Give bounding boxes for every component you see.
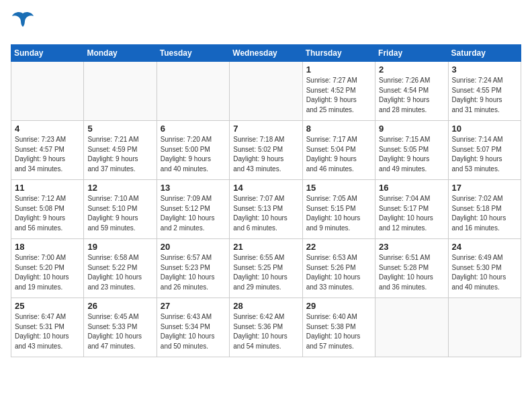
day-number: 20	[161, 242, 226, 252]
calendar-day-cell: 24Sunrise: 6:49 AM Sunset: 5:30 PM Dayli…	[448, 239, 521, 298]
calendar-day-cell: 16Sunrise: 7:04 AM Sunset: 5:17 PM Dayli…	[375, 180, 448, 239]
calendar-header: SundayMondayTuesdayWednesdayThursdayFrid…	[11, 45, 521, 62]
day-info: Sunrise: 6:53 AM Sunset: 5:26 PM Dayligh…	[306, 253, 371, 292]
weekday-header: Thursday	[302, 45, 375, 62]
day-info: Sunrise: 6:57 AM Sunset: 5:23 PM Dayligh…	[161, 253, 226, 292]
day-info: Sunrise: 7:23 AM Sunset: 4:57 PM Dayligh…	[15, 135, 80, 174]
day-number: 10	[452, 124, 517, 134]
day-number: 2	[379, 64, 444, 75]
day-number: 18	[15, 242, 80, 252]
day-info: Sunrise: 7:24 AM Sunset: 4:55 PM Dayligh…	[452, 76, 517, 115]
day-number: 19	[87, 242, 152, 252]
day-number: 5	[87, 124, 152, 134]
weekday-header: Friday	[375, 45, 448, 62]
calendar-day-cell: 17Sunrise: 7:02 AM Sunset: 5:18 PM Dayli…	[448, 180, 521, 239]
weekday-header: Tuesday	[157, 45, 229, 62]
calendar-day-cell: 9Sunrise: 7:15 AM Sunset: 5:05 PM Daylig…	[375, 121, 448, 180]
day-number: 3	[452, 64, 517, 75]
day-info: Sunrise: 7:05 AM Sunset: 5:15 PM Dayligh…	[306, 194, 371, 233]
day-number: 13	[161, 183, 226, 193]
page-header	[11, 11, 521, 36]
day-info: Sunrise: 7:17 AM Sunset: 5:04 PM Dayligh…	[306, 135, 371, 174]
day-info: Sunrise: 7:20 AM Sunset: 5:00 PM Dayligh…	[161, 135, 226, 174]
day-info: Sunrise: 7:27 AM Sunset: 4:52 PM Dayligh…	[306, 76, 371, 115]
day-info: Sunrise: 7:10 AM Sunset: 5:10 PM Dayligh…	[87, 194, 152, 233]
day-info: Sunrise: 7:15 AM Sunset: 5:05 PM Dayligh…	[379, 135, 444, 174]
calendar-day-cell: 1Sunrise: 7:27 AM Sunset: 4:52 PM Daylig…	[302, 62, 375, 121]
day-number: 24	[452, 242, 517, 252]
calendar-day-cell: 6Sunrise: 7:20 AM Sunset: 5:00 PM Daylig…	[157, 121, 229, 180]
calendar-day-cell	[448, 298, 521, 357]
day-info: Sunrise: 7:21 AM Sunset: 4:59 PM Dayligh…	[87, 135, 152, 174]
calendar-day-cell	[375, 298, 448, 357]
day-number: 6	[161, 124, 226, 134]
day-info: Sunrise: 6:49 AM Sunset: 5:30 PM Dayligh…	[452, 253, 517, 292]
day-number: 28	[233, 301, 298, 311]
day-info: Sunrise: 6:40 AM Sunset: 5:38 PM Dayligh…	[306, 312, 371, 351]
day-number: 14	[233, 183, 298, 193]
calendar-week-row: 11Sunrise: 7:12 AM Sunset: 5:08 PM Dayli…	[11, 180, 521, 239]
calendar-day-cell: 20Sunrise: 6:57 AM Sunset: 5:23 PM Dayli…	[157, 239, 229, 298]
day-number: 27	[161, 301, 226, 311]
calendar-body: 1Sunrise: 7:27 AM Sunset: 4:52 PM Daylig…	[11, 62, 521, 357]
day-info: Sunrise: 6:45 AM Sunset: 5:33 PM Dayligh…	[87, 312, 152, 351]
weekday-header: Wednesday	[230, 45, 302, 62]
day-number: 21	[233, 242, 298, 252]
weekday-header: Monday	[84, 45, 157, 62]
day-number: 23	[379, 242, 444, 252]
day-info: Sunrise: 6:42 AM Sunset: 5:36 PM Dayligh…	[233, 312, 298, 351]
calendar-day-cell: 8Sunrise: 7:17 AM Sunset: 5:04 PM Daylig…	[302, 121, 375, 180]
calendar-day-cell: 3Sunrise: 7:24 AM Sunset: 4:55 PM Daylig…	[448, 62, 521, 121]
calendar-day-cell: 14Sunrise: 7:07 AM Sunset: 5:13 PM Dayli…	[230, 180, 302, 239]
calendar-day-cell: 13Sunrise: 7:09 AM Sunset: 5:12 PM Dayli…	[157, 180, 229, 239]
calendar-day-cell: 29Sunrise: 6:40 AM Sunset: 5:38 PM Dayli…	[302, 298, 375, 357]
calendar-week-row: 25Sunrise: 6:47 AM Sunset: 5:31 PM Dayli…	[11, 298, 521, 357]
calendar-week-row: 4Sunrise: 7:23 AM Sunset: 4:57 PM Daylig…	[11, 121, 521, 180]
calendar-day-cell: 18Sunrise: 7:00 AM Sunset: 5:20 PM Dayli…	[11, 239, 84, 298]
calendar-day-cell: 25Sunrise: 6:47 AM Sunset: 5:31 PM Dayli…	[11, 298, 84, 357]
calendar-day-cell: 2Sunrise: 7:26 AM Sunset: 4:54 PM Daylig…	[375, 62, 448, 121]
calendar-day-cell: 26Sunrise: 6:45 AM Sunset: 5:33 PM Dayli…	[84, 298, 157, 357]
calendar-week-row: 18Sunrise: 7:00 AM Sunset: 5:20 PM Dayli…	[11, 239, 521, 298]
calendar-day-cell	[84, 62, 157, 121]
calendar-day-cell	[157, 62, 229, 121]
day-number: 12	[87, 183, 152, 193]
weekday-row: SundayMondayTuesdayWednesdayThursdayFrid…	[11, 45, 521, 62]
day-info: Sunrise: 7:18 AM Sunset: 5:02 PM Dayligh…	[233, 135, 298, 174]
day-number: 9	[379, 124, 444, 134]
calendar-day-cell: 15Sunrise: 7:05 AM Sunset: 5:15 PM Dayli…	[302, 180, 375, 239]
day-info: Sunrise: 7:07 AM Sunset: 5:13 PM Dayligh…	[233, 194, 298, 233]
calendar-day-cell: 27Sunrise: 6:43 AM Sunset: 5:34 PM Dayli…	[157, 298, 229, 357]
calendar-day-cell: 12Sunrise: 7:10 AM Sunset: 5:10 PM Dayli…	[84, 180, 157, 239]
calendar-day-cell: 21Sunrise: 6:55 AM Sunset: 5:25 PM Dayli…	[230, 239, 302, 298]
day-info: Sunrise: 7:04 AM Sunset: 5:17 PM Dayligh…	[379, 194, 444, 233]
day-info: Sunrise: 6:55 AM Sunset: 5:25 PM Dayligh…	[233, 253, 298, 292]
day-number: 4	[15, 124, 80, 134]
day-info: Sunrise: 7:00 AM Sunset: 5:20 PM Dayligh…	[15, 253, 80, 292]
day-number: 22	[306, 242, 371, 252]
day-info: Sunrise: 7:09 AM Sunset: 5:12 PM Dayligh…	[161, 194, 226, 233]
calendar-day-cell: 5Sunrise: 7:21 AM Sunset: 4:59 PM Daylig…	[84, 121, 157, 180]
weekday-header: Sunday	[11, 45, 84, 62]
day-number: 7	[233, 124, 298, 134]
calendar-table: SundayMondayTuesdayWednesdayThursdayFrid…	[11, 44, 521, 357]
day-info: Sunrise: 7:26 AM Sunset: 4:54 PM Dayligh…	[379, 76, 444, 115]
day-info: Sunrise: 6:58 AM Sunset: 5:22 PM Dayligh…	[87, 253, 152, 292]
day-number: 25	[15, 301, 80, 311]
day-number: 11	[15, 183, 80, 193]
day-info: Sunrise: 7:02 AM Sunset: 5:18 PM Dayligh…	[452, 194, 517, 233]
calendar-week-row: 1Sunrise: 7:27 AM Sunset: 4:52 PM Daylig…	[11, 62, 521, 121]
logo	[11, 11, 34, 36]
calendar-day-cell: 28Sunrise: 6:42 AM Sunset: 5:36 PM Dayli…	[230, 298, 302, 357]
weekday-header: Saturday	[448, 45, 521, 62]
calendar-day-cell	[230, 62, 302, 121]
day-info: Sunrise: 6:51 AM Sunset: 5:28 PM Dayligh…	[379, 253, 444, 292]
day-number: 15	[306, 183, 371, 193]
day-info: Sunrise: 7:12 AM Sunset: 5:08 PM Dayligh…	[15, 194, 80, 233]
calendar-day-cell: 19Sunrise: 6:58 AM Sunset: 5:22 PM Dayli…	[84, 239, 157, 298]
calendar-day-cell: 22Sunrise: 6:53 AM Sunset: 5:26 PM Dayli…	[302, 239, 375, 298]
day-info: Sunrise: 7:14 AM Sunset: 5:07 PM Dayligh…	[452, 135, 517, 174]
day-info: Sunrise: 6:47 AM Sunset: 5:31 PM Dayligh…	[15, 312, 80, 351]
logo-bird-icon	[12, 11, 34, 30]
day-number: 26	[87, 301, 152, 311]
